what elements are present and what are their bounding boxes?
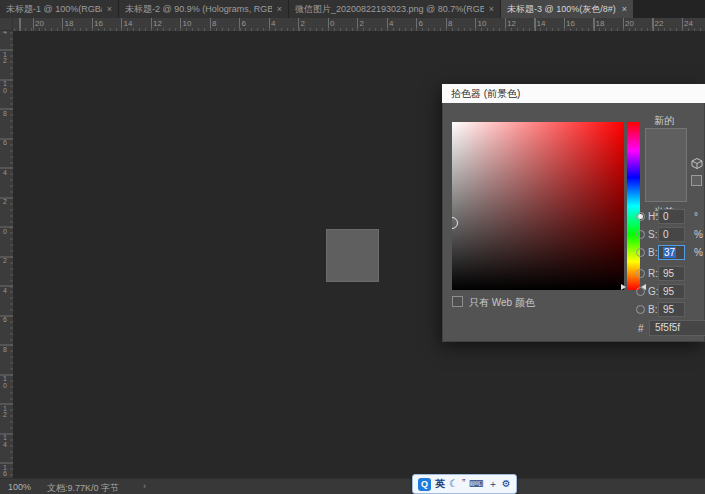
ruler-number: 2	[3, 258, 7, 265]
ruler-minor-ticks	[13, 28, 705, 31]
dialog-title[interactable]: 拾色器 (前景色)	[442, 84, 705, 103]
tab-untitled-1[interactable]: 未标题-1 @ 100%(RGB/8#) * ×	[0, 0, 118, 18]
g-value-input[interactable]: 95	[658, 284, 685, 299]
ruler-number: 2	[301, 19, 305, 28]
ruler-number: 16	[94, 19, 103, 28]
web-colors-only-label: 只有 Web 颜色	[469, 296, 535, 310]
radio-r[interactable]	[636, 269, 645, 278]
radio-b[interactable]	[636, 248, 645, 257]
ime-logo-icon[interactable]: Q	[418, 478, 431, 491]
ime-language-toggle[interactable]: 英	[435, 477, 445, 491]
field-label: B:	[648, 304, 657, 315]
ruler-number: 12	[153, 19, 162, 28]
color-picker-dialog: 拾色器 (前景色) 新的 当前 H: 0 ° S: 0 %	[442, 84, 705, 342]
ime-toolbar: Q 英 ☾ ” ⌨ ＋ ⚙	[412, 474, 517, 494]
status-options-arrow[interactable]: ›	[143, 481, 146, 491]
ruler-number: 6	[3, 317, 7, 324]
field-label: H:	[648, 211, 658, 222]
hex-value-input[interactable]: 5f5f5f	[649, 320, 705, 336]
tab-label: 微信图片_20200822193023.png @ 80.7%(RGB/8) *	[295, 3, 484, 16]
keyboard-icon[interactable]: ⌨	[469, 476, 483, 492]
ruler-number: 10	[183, 19, 192, 28]
ruler-number: 2	[3, 199, 7, 206]
ruler-number: 22	[655, 19, 664, 28]
ruler-number: 1 4	[3, 435, 7, 448]
r-value-input[interactable]: 95	[658, 266, 685, 281]
ruler-number: 6	[242, 19, 246, 28]
moon-icon[interactable]: ☾	[449, 476, 458, 492]
ruler-number: 0	[330, 19, 334, 28]
photoshop-window: 未标题-1 @ 100%(RGB/8#) * × 未标题-2 @ 90.9% (…	[0, 0, 705, 494]
ruler-number: 8	[448, 19, 452, 28]
ruler-number: 18	[65, 19, 74, 28]
field-label: B:	[648, 247, 657, 258]
s-value-input[interactable]: 0	[658, 227, 685, 242]
ruler-number: 1 0	[3, 81, 7, 94]
punctuation-icon[interactable]: ”	[462, 476, 465, 492]
hue-slider[interactable]	[627, 122, 640, 290]
tools-icon[interactable]: ＋	[488, 476, 498, 492]
field-suffix: °	[694, 211, 698, 222]
ruler-number: 10	[478, 19, 487, 28]
ruler-number: 14	[537, 19, 546, 28]
tab-label: 未标题-2 @ 90.9% (Holograms, RGB/8#) *	[125, 3, 272, 16]
ruler-number: 20	[35, 19, 44, 28]
tab-untitled-2[interactable]: 未标题-2 @ 90.9% (Holograms, RGB/8#) * ×	[119, 0, 288, 18]
radio-b2[interactable]	[636, 305, 645, 314]
ruler-number: 4	[3, 288, 7, 295]
b-value-input[interactable]: 37	[658, 245, 685, 260]
new-color-label: 新的	[654, 114, 674, 128]
blue-value-input[interactable]: 95	[658, 302, 685, 317]
close-icon[interactable]: ×	[107, 4, 112, 14]
radio-s[interactable]	[636, 230, 645, 239]
h-value-input[interactable]: 0	[658, 209, 685, 224]
saturation-row: S: 0 %	[442, 227, 705, 243]
status-bar: 100% 文档:9.77K/0 字节 ›	[0, 478, 705, 494]
document-canvas[interactable]	[326, 229, 379, 282]
ruler-number: 1 0	[3, 376, 7, 389]
hex-label: #	[638, 323, 644, 334]
ruler-number: 16	[566, 19, 575, 28]
wrench-icon[interactable]: ⚙	[502, 476, 511, 492]
tab-untitled-3-active[interactable]: 未标题-3 @ 100%(灰色/8#) * ×	[501, 0, 633, 18]
ruler-number: 18	[596, 19, 605, 28]
new-current-color-swatch	[645, 128, 687, 202]
close-icon[interactable]: ×	[489, 4, 494, 14]
web-gamut-warning-icon[interactable]	[691, 156, 703, 168]
horizontal-ruler: 2018161412108642024681012141618202224	[13, 18, 705, 31]
field-suffix: %	[694, 229, 703, 240]
close-icon[interactable]: ×	[622, 4, 627, 14]
ruler-number: 8	[212, 19, 216, 28]
tab-label: 未标题-1 @ 100%(RGB/8#) *	[6, 3, 102, 16]
hue-row: H: 0 °	[442, 209, 705, 225]
ruler-number: 6	[419, 19, 423, 28]
close-icon[interactable]: ×	[277, 4, 282, 14]
ruler-number: 4	[3, 170, 7, 177]
document-size-info: 文档:9.77K/0 字节	[47, 482, 119, 494]
radio-g[interactable]	[636, 287, 645, 296]
ruler-number: 14	[124, 19, 133, 28]
field-suffix: %	[694, 247, 703, 258]
saturation-brightness-field[interactable]	[452, 122, 624, 290]
radio-h[interactable]	[636, 212, 645, 221]
ruler-number: 12	[507, 19, 516, 28]
ruler-number: 8	[3, 111, 7, 118]
brightness-row: B: 37 %	[442, 245, 705, 261]
ruler-origin-corner	[0, 18, 13, 31]
web-safe-color-swatch[interactable]	[691, 175, 702, 186]
ruler-number: 4	[271, 19, 275, 28]
web-colors-only-checkbox[interactable]	[452, 296, 463, 307]
ruler-minor-ticks	[10, 18, 13, 478]
tab-wechat-image[interactable]: 微信图片_20200822193023.png @ 80.7%(RGB/8) *…	[289, 0, 500, 18]
tab-label: 未标题-3 @ 100%(灰色/8#) *	[507, 3, 617, 16]
field-label: G:	[648, 286, 659, 297]
zoom-level-field[interactable]: 100%	[8, 482, 31, 492]
red-row: R: 95	[442, 266, 705, 282]
ruler-number: 0	[3, 229, 7, 236]
document-tabbar: 未标题-1 @ 100%(RGB/8#) * × 未标题-2 @ 90.9% (…	[0, 0, 705, 18]
ruler-number: 4	[389, 19, 393, 28]
field-label: R:	[648, 268, 658, 279]
ruler-number: 1 2	[3, 406, 7, 419]
ruler-number: 8	[3, 347, 7, 354]
ruler-number: 1 2	[3, 52, 7, 65]
